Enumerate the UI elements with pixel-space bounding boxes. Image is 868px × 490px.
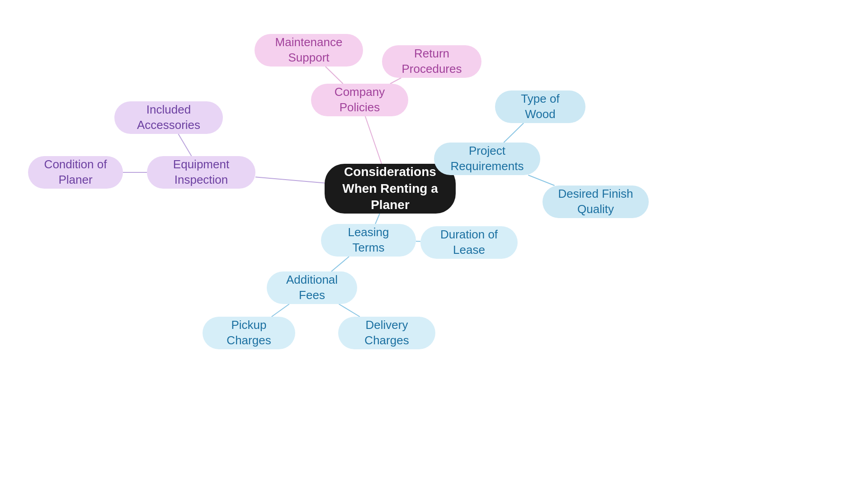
- equipment-inspection-node[interactable]: Equipment Inspection: [147, 156, 255, 189]
- equipment-inspection-label: Equipment Inspection: [160, 157, 242, 188]
- project-requirements-label: Project Requirements: [448, 143, 527, 174]
- svg-line-12: [272, 304, 289, 317]
- svg-line-3: [255, 177, 325, 183]
- company-policies-node[interactable]: Company Policies: [311, 84, 408, 116]
- svg-line-8: [528, 175, 554, 186]
- svg-line-2: [390, 78, 401, 84]
- duration-of-lease-label: Duration of Lease: [434, 227, 504, 258]
- condition-of-planer-node[interactable]: Condition of Planer: [28, 156, 123, 189]
- leasing-terms-node[interactable]: Leasing Terms: [321, 224, 416, 257]
- maintenance-support-label: Maintenance Support: [268, 35, 349, 66]
- svg-line-13: [339, 304, 360, 317]
- svg-line-11: [331, 257, 349, 271]
- type-of-wood-node[interactable]: Type of Wood: [495, 90, 585, 123]
- return-procedures-node[interactable]: Return Procedures: [382, 45, 481, 78]
- additional-fees-label: Additional Fees: [280, 272, 344, 303]
- svg-line-0: [365, 116, 382, 164]
- condition-of-planer-label: Condition of Planer: [42, 157, 109, 188]
- pickup-charges-node[interactable]: Pickup Charges: [203, 317, 295, 349]
- center-label: Considerations When Renting a Planer: [338, 164, 442, 213]
- return-procedures-label: Return Procedures: [396, 46, 468, 77]
- type-of-wood-label: Type of Wood: [509, 91, 572, 122]
- duration-of-lease-node[interactable]: Duration of Lease: [420, 226, 518, 259]
- company-policies-label: Company Policies: [325, 85, 395, 115]
- svg-line-4: [178, 134, 191, 156]
- svg-line-1: [326, 67, 343, 84]
- pickup-charges-label: Pickup Charges: [216, 318, 282, 348]
- desired-finish-quality-node[interactable]: Desired Finish Quality: [542, 186, 649, 218]
- svg-line-9: [375, 214, 380, 224]
- project-requirements-node[interactable]: Project Requirements: [434, 143, 540, 175]
- desired-finish-quality-label: Desired Finish Quality: [556, 186, 635, 217]
- additional-fees-node[interactable]: Additional Fees: [267, 271, 357, 304]
- svg-line-7: [504, 123, 524, 143]
- leasing-terms-label: Leasing Terms: [335, 225, 402, 256]
- center-node[interactable]: Considerations When Renting a Planer: [325, 164, 456, 214]
- included-accessories-node[interactable]: Included Accessories: [114, 101, 223, 134]
- delivery-charges-node[interactable]: Delivery Charges: [338, 317, 435, 349]
- included-accessories-label: Included Accessories: [128, 102, 209, 133]
- delivery-charges-label: Delivery Charges: [352, 318, 422, 348]
- maintenance-support-node[interactable]: Maintenance Support: [255, 34, 363, 67]
